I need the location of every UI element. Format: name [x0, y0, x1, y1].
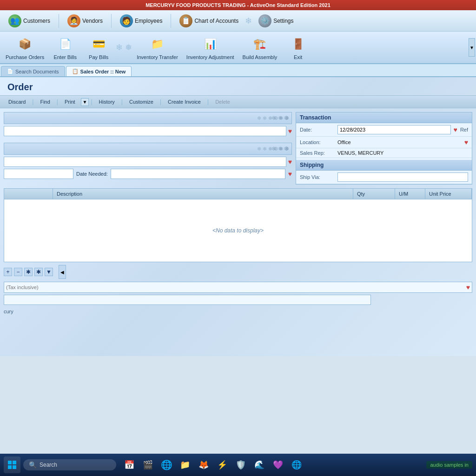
tax-input[interactable] [6, 284, 464, 290]
transaction-date-input[interactable] [337, 125, 451, 134]
po-number-input[interactable] [4, 169, 73, 179]
shipping-header: Shipping [296, 160, 472, 171]
print-dropdown-arrow[interactable]: ▼ [81, 98, 89, 106]
delete-button[interactable]: Delete [211, 98, 235, 106]
asterisk-btn-1[interactable]: ✱ [24, 268, 33, 276]
toolbar-scroll-down[interactable]: ▼ [469, 38, 475, 57]
scroll-left-btn[interactable]: ◀ [59, 265, 66, 279]
main-content: Order Discard | Find | Print ▼ | History… [0, 77, 476, 356]
date-needed-input[interactable] [111, 169, 285, 179]
print-button[interactable]: Print [60, 98, 80, 106]
snow-decoration-2: ❄ ❅ ❆ [4, 143, 292, 155]
customer-row: ♥ [4, 126, 292, 136]
menu-item-customers[interactable]: 👥 Customers [4, 13, 55, 29]
taskbar-video-icon[interactable]: 🎬 [139, 456, 156, 473]
location-value: Office [337, 139, 462, 145]
toolbar-exit[interactable]: 🚪 Exit [282, 33, 314, 62]
taskbar-shield-icon[interactable]: 🛡️ [232, 456, 249, 473]
find-button[interactable]: Find [35, 98, 54, 106]
taskbar-purple-icon[interactable]: 💜 [270, 456, 286, 473]
menu-item-settings[interactable]: ⚙️ Settings [254, 13, 298, 29]
form-area: ❄ ❅ ❆ ♥ ❄ ❅ ❆ ♥ Date Needed: [0, 108, 476, 188]
build-assembly-icon: 🏗️ [251, 35, 269, 53]
chart-accounts-icon: 📋 [179, 14, 192, 27]
taskbar-files-icon[interactable]: 📁 [177, 456, 193, 473]
no-data-message: <No data to display> [4, 199, 472, 262]
menu-separator-2 [111, 14, 112, 28]
enter-bills-icon: 📄 [56, 35, 74, 53]
toolbar-build-assembly[interactable]: 🏗️ Build Assembly [239, 33, 281, 62]
location-heart-btn[interactable]: ♥ [464, 139, 468, 146]
menu-item-chart-accounts[interactable]: 📋 Chart of Accounts [175, 13, 243, 29]
toolbar-pay-bills[interactable]: 💳 Pay Bills [82, 33, 115, 62]
menu-item-vendors[interactable]: 🧑‍💼 Vendors [63, 13, 107, 29]
add-row-button[interactable]: + [4, 268, 12, 276]
title-bar: MERCURYV FOOD PRODUCTS TRADING - ActiveO… [0, 0, 476, 10]
inventory-adjustment-icon: 📊 [201, 35, 219, 53]
date-needed-heart-btn[interactable]: ♥ [288, 170, 292, 178]
left-panel: ❄ ❅ ❆ ♥ ❄ ❅ ❆ ♥ Date Needed: [4, 112, 292, 185]
snow-deco-1: ❄ [245, 16, 252, 26]
svg-rect-0 [8, 461, 12, 464]
start-button[interactable] [4, 456, 20, 473]
taskbar-firefox-icon[interactable]: 🦊 [195, 456, 212, 473]
remove-row-button[interactable]: − [14, 268, 22, 276]
discard-button[interactable]: Discard [4, 98, 30, 106]
asterisk-btn-2[interactable]: ✱ [34, 268, 43, 276]
svg-rect-2 [8, 465, 12, 469]
taskbar-icons: 📅 🎬 🌐 📁 🦊 ⚡ 🛡️ 🌊 💜 🌐 [121, 456, 305, 473]
tab-label-search-documents: Search Documents [15, 69, 59, 74]
customer-heart-btn[interactable]: ♥ [288, 127, 292, 135]
filter-btn[interactable]: ▼ [45, 268, 53, 276]
table-header: Description Qty U/M Unit Price [4, 189, 472, 199]
toolbar-inventory-adjustment[interactable]: 📊 Inventory Adjustment [183, 33, 238, 62]
memo-input[interactable] [4, 295, 371, 305]
taskbar: 🔍 Search 📅 🎬 🌐 📁 🦊 ⚡ 🛡️ 🌊 💜 🌐 audio samp… [0, 454, 476, 476]
taskbar-search-bar[interactable]: 🔍 Search [23, 459, 116, 470]
taskbar-calendar-icon[interactable]: 📅 [121, 456, 138, 473]
location-label: Location: [300, 139, 335, 145]
toolbar-label-pay-bills: Pay Bills [89, 54, 108, 60]
toolbar-label-enter-bills: Enter Bills [53, 54, 77, 60]
svg-rect-1 [13, 461, 16, 464]
tax-heart-btn[interactable]: ♥ [466, 284, 470, 291]
menu-label-vendors: Vendors [82, 18, 103, 24]
toolbar-label-inventory-adjustment: Inventory Adjustment [186, 54, 234, 60]
toolbar-label-inventory-transfer: Inventory Transfer [137, 54, 178, 60]
inventory-transfer-icon: 📁 [149, 35, 166, 53]
toolbar-purchase-orders[interactable]: 📦 Purchase Orders [2, 33, 48, 62]
footer-name-text: cury [4, 309, 13, 314]
menu-item-employees[interactable]: 🧑 Employees [115, 13, 167, 29]
tab-search-documents[interactable]: 📄 Search Documents [1, 66, 65, 76]
col-header-unit-price: Unit Price [425, 189, 472, 199]
taskbar-chrome-icon[interactable]: 🌐 [288, 456, 305, 473]
ship-via-input[interactable] [337, 172, 468, 182]
menu-label-chart-accounts: Chart of Accounts [194, 18, 238, 24]
snow-decoration-1: ❄ ❅ ❆ [4, 112, 292, 124]
taskbar-wave-icon[interactable]: 🌊 [251, 456, 268, 473]
history-button[interactable]: History [94, 98, 119, 106]
ship-to-heart-btn[interactable]: ♥ [288, 158, 292, 165]
menu-bar: 👥 Customers 🧑‍💼 Vendors 🧑 Employees 📋 Ch… [0, 10, 476, 32]
toolbar-enter-bills[interactable]: 📄 Enter Bills [49, 33, 81, 62]
location-row: Location: Office ♥ [296, 137, 472, 148]
snowflakes-1: ❄ ❅ ❆ [271, 115, 289, 121]
taskbar-right: audio samples in [426, 461, 472, 469]
customer-input[interactable] [4, 126, 286, 136]
windows-logo-icon [7, 460, 17, 469]
toolbar-inventory-transfer[interactable]: 📁 Inventory Transfer [133, 33, 182, 62]
transaction-header: Transaction [296, 112, 472, 123]
date-heart-btn[interactable]: ♥ [454, 126, 457, 133]
tab-sales-order-new[interactable]: 📋 Sales Order :: New [66, 66, 132, 76]
col-header-description: Description [53, 189, 353, 199]
memo-row [4, 295, 472, 305]
ship-to-input[interactable] [4, 157, 286, 167]
menu-label-employees: Employees [135, 18, 162, 24]
taskbar-bolt-icon[interactable]: ⚡ [214, 456, 231, 473]
tabs-bar: 📄 Search Documents 📋 Sales Order :: New [0, 64, 476, 77]
customize-button[interactable]: Customize [125, 98, 158, 106]
taskbar-edge-icon[interactable]: 🌐 [158, 456, 175, 473]
ship-via-label: Ship Via: [300, 174, 335, 180]
col-header-item [4, 189, 53, 199]
create-invoice-button[interactable]: Create Invoice [163, 98, 205, 106]
